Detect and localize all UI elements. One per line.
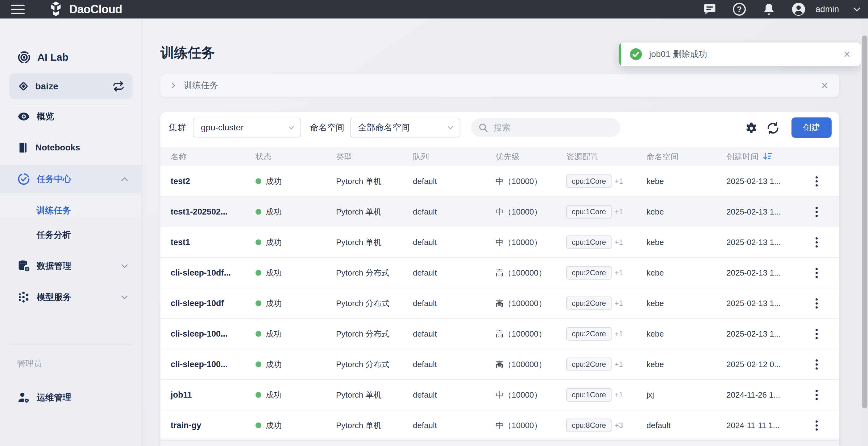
column-header-label: 优先级 (496, 151, 520, 162)
sidebar-item-overview[interactable]: 概览 (0, 103, 141, 130)
person-gear-icon (17, 391, 31, 404)
job-name[interactable]: test1 (170, 238, 190, 247)
daocloud-logo: DaoCloud (47, 0, 122, 18)
table-row[interactable]: train-gy成功Pytorch 单机default中（10000）cpu:8… (160, 410, 839, 441)
sidebar-item-model-services[interactable]: 模型服务 (0, 283, 141, 311)
notifications-bell-icon[interactable] (762, 2, 776, 16)
column-header[interactable]: 创建时间 (726, 151, 773, 162)
sidebar-item-data-management[interactable]: 数据管理 (0, 252, 141, 280)
status-dot-icon (255, 239, 261, 245)
breadcrumb-chevron-right-icon (169, 82, 175, 88)
row-actions-kebab-icon[interactable] (810, 387, 823, 403)
row-actions-kebab-icon[interactable] (810, 417, 823, 433)
cluster-select[interactable]: gpu-cluster (193, 118, 301, 137)
hamburger-menu-icon[interactable] (11, 5, 25, 14)
search-icon (478, 123, 489, 133)
sidebar-item-notebooks[interactable]: Notebooks (0, 134, 141, 162)
job-namespace: kebe (646, 329, 664, 339)
job-status: 成功 (255, 268, 282, 278)
user-menu-chevron-down-icon[interactable] (854, 5, 861, 12)
sidebar-subitem-job-analysis[interactable]: 任务分析 (0, 224, 141, 246)
job-name[interactable]: cli-sleep-10df... (170, 268, 231, 278)
table-row[interactable]: cli-sleep-100...成功Pytorch 分布式default高（10… (160, 349, 839, 380)
job-priority: 高（100000） (496, 359, 547, 370)
refresh-icon[interactable] (766, 121, 780, 135)
toast-close-icon[interactable]: × (844, 48, 850, 60)
status-dot-icon (255, 270, 261, 276)
table-row[interactable]: cli-sleep-10df成功Pytorch 分布式default高（1000… (160, 288, 839, 319)
table-row[interactable]: test1成功Pytorch 单机default中（10000）cpu:1Cor… (160, 227, 839, 258)
table-row[interactable]: test1-202502...成功Pytorch 单机default中（1000… (160, 197, 839, 227)
scrollbar-thumb[interactable] (862, 35, 867, 408)
job-queue: default (413, 299, 437, 308)
scrollbar-track[interactable] (861, 19, 868, 446)
table-row[interactable]: job11成功Pytorch 单机default中（10000）cpu:1Cor… (160, 380, 839, 410)
row-actions-kebab-icon[interactable] (810, 295, 823, 311)
help-icon[interactable]: ? (732, 2, 746, 16)
resource-chip: cpu:2Core (566, 297, 612, 310)
sidebar-item-ops-management[interactable]: 运维管理 (0, 384, 141, 411)
job-name[interactable]: test1-202502... (170, 207, 228, 217)
job-namespace: kebe (646, 299, 664, 308)
column-header-label: 状态 (255, 151, 272, 162)
job-name[interactable]: cli-sleep-10df (170, 299, 224, 308)
row-actions-kebab-icon[interactable] (810, 326, 823, 342)
job-name[interactable]: train-gy (170, 421, 201, 430)
username-label[interactable]: admin (815, 4, 839, 14)
sidebar-subitem-training-jobs[interactable]: 训练任务 (0, 199, 141, 221)
job-status-label: 成功 (266, 389, 282, 400)
column-header: 类型 (336, 151, 352, 162)
sort-desc-icon[interactable] (763, 152, 773, 161)
job-status-label: 成功 (266, 268, 282, 278)
column-header-label: 类型 (336, 151, 352, 162)
chat-icon[interactable] (703, 2, 717, 16)
cluster-label: 集群 (169, 122, 186, 133)
job-namespace: kebe (646, 360, 664, 369)
job-status-label: 成功 (266, 420, 282, 431)
row-actions-kebab-icon[interactable] (810, 265, 823, 281)
workspace-selector[interactable]: baize (9, 73, 133, 99)
row-actions-kebab-icon[interactable] (810, 173, 823, 189)
user-avatar[interactable] (792, 2, 806, 16)
table-row[interactable]: test2成功Pytorch 单机default中（10000）cpu:1Cor… (160, 166, 839, 197)
job-priority: 高（100000） (496, 268, 547, 278)
job-namespace: default (646, 421, 671, 430)
row-actions-kebab-icon[interactable] (810, 356, 823, 372)
job-queue: default (413, 238, 437, 247)
search-input[interactable] (493, 123, 604, 133)
namespace-select[interactable]: 全部命名空间 (350, 118, 460, 137)
resource-extra-count: +3 (615, 421, 623, 430)
search-box[interactable] (471, 118, 620, 137)
job-name[interactable]: job11 (170, 390, 192, 400)
job-queue: default (413, 421, 437, 430)
topbar: DaoCloud ? admin (0, 0, 868, 19)
product-title-label: AI Lab (37, 52, 68, 63)
row-actions-kebab-icon[interactable] (810, 234, 823, 250)
job-created-time: 2025-02-13 1... (726, 238, 781, 247)
job-name[interactable]: cli-sleep-100... (170, 329, 228, 339)
settings-gear-icon[interactable] (744, 121, 758, 135)
row-actions-kebab-icon[interactable] (810, 204, 823, 220)
switch-workspace-icon[interactable] (112, 80, 125, 93)
job-status: 成功 (255, 420, 282, 431)
table-row[interactable]: cli-sleep-100...成功Pytorch 分布式default高（10… (160, 319, 839, 349)
resource-chip: cpu:1Core (566, 236, 612, 249)
create-button[interactable]: 创建 (792, 117, 832, 138)
sidebar-item-task-center[interactable]: 任务中心 (0, 165, 141, 193)
job-status-label: 成功 (266, 298, 282, 309)
job-type: Pytorch 单机 (336, 207, 381, 217)
table-row[interactable]: cli-sleep-10df...成功Pytorch 分布式default高（1… (160, 258, 839, 288)
sidebar-divider (9, 345, 133, 345)
job-name[interactable]: test2 (170, 177, 190, 186)
job-queue: default (413, 390, 437, 400)
job-namespace: kebe (646, 238, 664, 247)
breadcrumb-close-icon[interactable]: × (821, 79, 828, 92)
job-name[interactable]: cli-sleep-100... (170, 360, 228, 369)
table-header: 名称状态类型队列优先级资源配置命名空间创建时间 (160, 147, 839, 166)
resource-chip: cpu:1Core (566, 174, 612, 188)
job-type: Pytorch 分布式 (336, 298, 390, 309)
column-header: 状态 (255, 151, 272, 162)
resource-chip: cpu:1Core (566, 205, 612, 218)
success-check-icon (629, 48, 643, 61)
resource-extra-count: +1 (615, 330, 623, 338)
